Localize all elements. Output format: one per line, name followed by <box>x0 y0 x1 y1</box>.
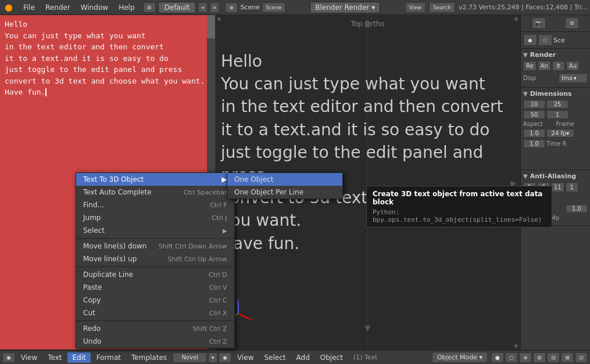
redo-shortcut: Shift Ctrl Z <box>192 325 227 333</box>
submenu: One Object One Object Per Line <box>227 172 343 199</box>
tooltip: Create 3D text object from active text d… <box>366 186 552 228</box>
paste-label: Paste <box>83 283 102 291</box>
context-menu-title: Text To 3D Object <box>83 175 144 183</box>
separator-2 <box>76 266 234 267</box>
submenu-item-one-per-line[interactable]: One Object Per Line <box>227 186 342 199</box>
cut-label: Cut <box>83 309 95 317</box>
context-menu: Text To 3D Object ▶ Text Auto Complete C… <box>76 172 235 348</box>
move-up-label: Move line(s) up <box>83 255 137 263</box>
menu-item-jump[interactable]: Jump Ctrl J <box>76 211 234 224</box>
menu-item-paste[interactable]: Paste Ctrl V <box>76 281 234 294</box>
jump-shortcut: Ctrl J <box>212 214 227 222</box>
duplicate-shortcut: Ctrl D <box>209 271 227 279</box>
separator-1 <box>76 238 234 239</box>
menu-item-move-up[interactable]: Move line(s) up Shift Ctrl Up Arrow <box>76 253 234 265</box>
copy-label: Copy <box>83 296 101 304</box>
tooltip-title: Create 3D text object from active text d… <box>373 190 546 206</box>
undo-label: Undo <box>83 337 101 345</box>
select-submenu-arrow: ▶ <box>223 228 227 234</box>
select-label: Select <box>83 226 105 235</box>
menu-item-undo[interactable]: Undo Ctrl Z <box>76 335 234 348</box>
move-down-shortcut: Shift Ctrl Down Arrow <box>158 243 227 250</box>
menu-item-select[interactable]: Select ▶ <box>76 224 234 237</box>
cut-shortcut: Ctrl X <box>209 309 227 317</box>
jump-label: Jump <box>83 214 101 222</box>
menu-item-autocomplete[interactable]: Text Auto Complete Ctrl Spacebar <box>76 186 234 199</box>
find-label: Find... <box>83 201 104 209</box>
move-down-label: Move line(s) down <box>83 242 146 250</box>
menu-item-duplicate[interactable]: Duplicate Line Ctrl D <box>76 268 234 281</box>
menu-item-move-down[interactable]: Move line(s) down Shift Ctrl Down Arrow <box>76 240 234 253</box>
paste-shortcut: Ctrl V <box>209 284 227 291</box>
redo-label: Redo <box>83 325 101 333</box>
menu-item-cut[interactable]: Cut Ctrl X <box>76 307 234 319</box>
context-menu-header: Text To 3D Object ▶ <box>76 173 234 186</box>
separator-3 <box>76 320 234 321</box>
autocomplete-label: Text Auto Complete <box>83 188 152 196</box>
submenu-item-one-object[interactable]: One Object <box>227 173 342 186</box>
duplicate-label: Duplicate Line <box>83 271 133 279</box>
context-menu-overlay: Text To 3D Object ▶ Text Auto Complete C… <box>0 0 590 364</box>
undo-shortcut: Ctrl Z <box>209 338 227 345</box>
copy-shortcut: Ctrl C <box>209 297 227 304</box>
find-shortcut: Ctrl F <box>210 201 227 209</box>
autocomplete-shortcut: Ctrl Spacebar <box>184 189 227 196</box>
menu-item-find[interactable]: Find... Ctrl F <box>76 199 234 211</box>
menu-item-copy[interactable]: Copy Ctrl C <box>76 294 234 307</box>
tooltip-python: Python: bpy.ops.text.to_3d_object(split_… <box>373 208 546 224</box>
menu-item-redo[interactable]: Redo Shift Ctrl Z <box>76 322 234 335</box>
move-up-shortcut: Shift Ctrl Up Arrow <box>168 255 227 263</box>
